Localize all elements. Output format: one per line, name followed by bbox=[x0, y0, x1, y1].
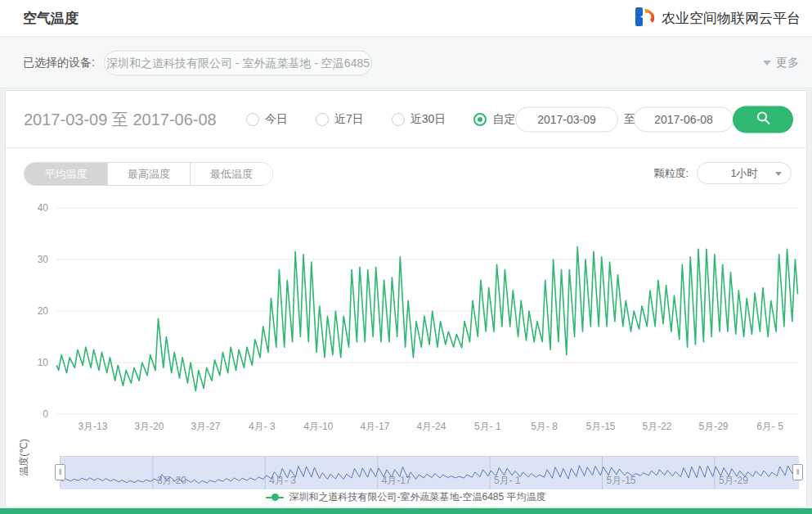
y-tick-label: 20 bbox=[38, 305, 49, 317]
legend-row: 深圳和之道科技有限公司-室外蔬菜基地-空温6485 平均温度 bbox=[6, 490, 806, 504]
radio-last7days[interactable]: 近7日 bbox=[316, 112, 364, 127]
navigator-left-handle[interactable]: ‖ bbox=[55, 464, 65, 480]
page-title: 空气温度 bbox=[23, 0, 79, 37]
x-tick-label: 4月-24 bbox=[416, 421, 446, 432]
navigator-tick-label: 5月-29 bbox=[719, 475, 748, 486]
radio-last7days-label: 近7日 bbox=[334, 112, 364, 127]
tab-max-temperature[interactable]: 最高温度 bbox=[107, 163, 190, 185]
tabs-row: 平均温度 最高温度 最低温度 颗粒度: 1小时 bbox=[6, 148, 806, 199]
more-label: 更多 bbox=[776, 56, 799, 70]
x-tick-label: 4月-10 bbox=[303, 421, 333, 432]
radio-last30days[interactable]: 近30日 bbox=[392, 112, 446, 127]
y-axis-title: 温度(℃) bbox=[17, 439, 31, 476]
navigator-tick-label: 5月-15 bbox=[607, 475, 636, 486]
x-tick-label: 4月- 3 bbox=[249, 421, 276, 432]
x-tick-label: 5月- 8 bbox=[531, 421, 558, 432]
radio-circle-icon bbox=[316, 113, 329, 126]
radio-circle-icon bbox=[246, 113, 259, 126]
navigator-preview-chart: 3月-204月- 34月-175月- 15月-155月-29 bbox=[61, 457, 799, 489]
device-bar: 已选择的设备: 深圳和之道科技有限公司 - 室外蔬菜基地 - 空温6485 更多 bbox=[0, 38, 812, 88]
end-date-input[interactable] bbox=[634, 106, 733, 132]
selected-device-label: 已选择的设备: bbox=[23, 56, 95, 70]
footer-accent-bar bbox=[0, 508, 812, 514]
x-tick-label: 5月- 1 bbox=[474, 421, 501, 432]
line-dot-marker-icon bbox=[266, 494, 284, 501]
x-tick-label: 5月-22 bbox=[642, 421, 671, 432]
granularity-control: 颗粒度: 1小时 bbox=[653, 162, 792, 184]
tab-min-temperature[interactable]: 最低温度 bbox=[190, 163, 272, 185]
y-tick-label: 40 bbox=[38, 202, 49, 214]
legend-item[interactable]: 深圳和之道科技有限公司-室外蔬菜基地-空温6485 平均温度 bbox=[266, 490, 545, 504]
brand-logo-icon bbox=[632, 6, 654, 31]
chevron-down-icon bbox=[775, 172, 782, 176]
chevron-down-icon bbox=[763, 61, 771, 65]
filter-row: 2017-03-09 至 2017-06-08 今日 近7日 近30日 自定义 … bbox=[6, 91, 806, 148]
date-preset-radio-group: 今日 近7日 近30日 自定义 bbox=[246, 91, 527, 148]
granularity-value: 1小时 bbox=[730, 167, 757, 179]
chart-area: 0102030403月-133月-203月-274月- 34月-104月-174… bbox=[6, 199, 806, 453]
navigator-tick-label: 5月- 1 bbox=[494, 475, 521, 486]
start-date-input[interactable] bbox=[515, 106, 618, 132]
datazoom-navigator[interactable]: 3月-204月- 34月-175月- 15月-155月-29 ‖ ‖ bbox=[60, 456, 798, 489]
y-tick-label: 30 bbox=[38, 254, 49, 265]
brand-name: 农业空间物联网云平台 bbox=[662, 9, 801, 28]
radio-selected-icon bbox=[473, 113, 487, 126]
legend-label: 深圳和之道科技有限公司-室外蔬菜基地-空温6485 平均温度 bbox=[289, 490, 545, 504]
top-header: 空气温度 农业空间物联网云平台 bbox=[0, 0, 812, 37]
selected-device-pill[interactable]: 深圳和之道科技有限公司 - 室外蔬菜基地 - 空温6485 bbox=[104, 50, 372, 75]
granularity-dropdown[interactable]: 1小时 bbox=[697, 162, 792, 184]
chart-card: 2017-03-09 至 2017-06-08 今日 近7日 近30日 自定义 … bbox=[5, 90, 807, 507]
radio-today-label: 今日 bbox=[265, 112, 288, 127]
more-control[interactable]: 更多 bbox=[763, 56, 799, 70]
temperature-tab-group: 平均温度 最高温度 最低温度 bbox=[24, 162, 273, 186]
x-tick-label: 3月-13 bbox=[78, 421, 107, 432]
x-tick-label: 3月-20 bbox=[134, 421, 164, 432]
date-range-display: 2017-03-09 至 2017-06-08 bbox=[24, 108, 217, 130]
radio-circle-icon bbox=[392, 113, 405, 126]
x-tick-label: 5月-15 bbox=[585, 421, 615, 432]
x-tick-label: 3月-27 bbox=[191, 421, 220, 432]
x-tick-label: 4月-17 bbox=[360, 421, 389, 432]
temperature-line-chart: 0102030403月-133月-203月-274月- 34月-104月-174… bbox=[6, 199, 806, 444]
navigator-right-handle[interactable]: ‖ bbox=[792, 464, 803, 480]
radio-last30days-label: 近30日 bbox=[410, 112, 446, 127]
y-tick-label: 0 bbox=[43, 408, 48, 420]
radio-today[interactable]: 今日 bbox=[246, 112, 288, 127]
x-tick-label: 6月- 5 bbox=[756, 421, 783, 432]
temperature-line bbox=[57, 246, 798, 390]
y-tick-label: 10 bbox=[38, 357, 49, 368]
search-button[interactable] bbox=[733, 106, 793, 133]
x-tick-label: 5月-29 bbox=[698, 421, 728, 432]
tab-average-temperature[interactable]: 平均温度 bbox=[25, 163, 107, 185]
search-icon bbox=[756, 111, 770, 128]
brand: 农业空间物联网云平台 bbox=[632, 0, 801, 37]
navigator-tick-label: 4月- 3 bbox=[269, 475, 296, 486]
granularity-label: 颗粒度: bbox=[653, 166, 689, 181]
